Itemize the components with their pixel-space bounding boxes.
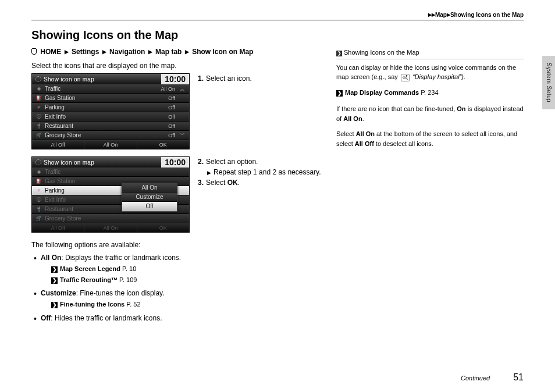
btn-all-off: All Off (32, 141, 84, 149)
xref-map-display-commands: ❯Map Display Commands P. 234 (336, 88, 524, 98)
voice-button-icon: «ξ (401, 74, 410, 81)
breadcrumb: HOME ▶ Settings ▶ Navigation ▶ Map tab ▶… (31, 48, 322, 56)
step-1: 1.Select an icon. (198, 73, 322, 84)
side-tab: System Setup (542, 56, 555, 109)
xref-map-screen-legend: ❯Map Screen Legend P. 10 (51, 264, 322, 274)
option-popup: All On Customize Off (122, 183, 177, 212)
steps-2-3: 2.Select an option. ▶Repeat step 1 and 2… (198, 156, 322, 188)
gear-icon (35, 76, 41, 82)
xref-fine-tuning: ❯Fine-tuning the Icons P. 52 (51, 300, 322, 309)
screenshot-2: Show icon on map 10:00 ◈Traffic ⛽Gas Sta… (31, 156, 190, 233)
screenshot-1: Show icon on map 10:00 ◈TrafficAll On ⛽G… (31, 73, 190, 149)
page-footer: Continued 51 (31, 372, 524, 383)
options-section: The following options are available: All… (31, 240, 322, 323)
header-rule (31, 20, 524, 20)
xref-traffic-rerouting: ❯Traffic Rerouting™ P. 109 (51, 275, 322, 285)
clock: 10:00 (161, 157, 189, 168)
btn-all-on: All On (84, 141, 137, 149)
intro-text: Select the icons that are displayed on t… (31, 62, 322, 70)
gear-icon (35, 159, 41, 165)
sidebar-notes: ❯Showing Icons on the Map You can displa… (336, 48, 524, 327)
clock: 10:00 (161, 74, 189, 84)
voice-icon (31, 48, 37, 55)
running-header: ▶▶Map▶Showing Icons on the Map (31, 12, 524, 18)
scroll-chevrons: ︽︾ (177, 85, 187, 139)
page-title: Showing Icons on the Map (31, 28, 524, 42)
btn-ok: OK (137, 141, 189, 149)
